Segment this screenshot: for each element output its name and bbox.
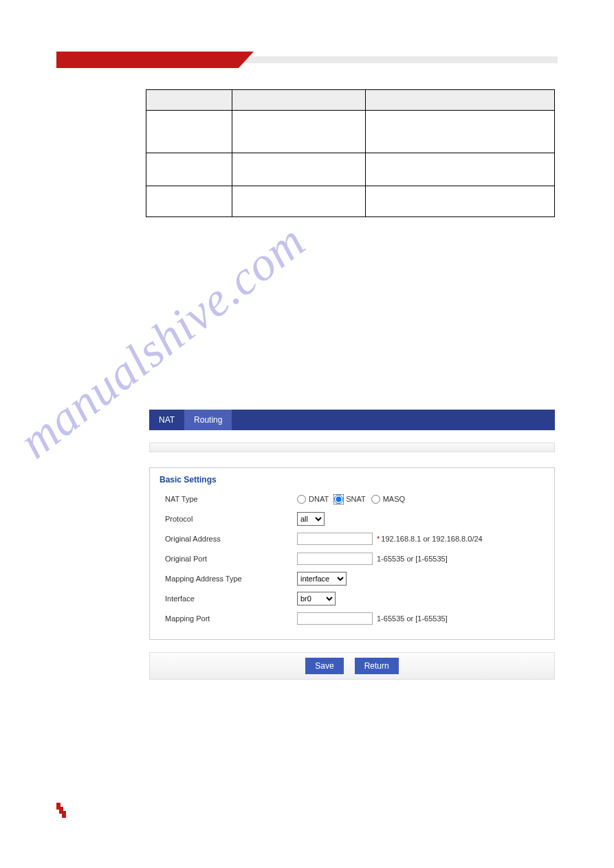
brand-logo-icon: [56, 803, 66, 820]
table-cell: [146, 111, 232, 153]
data-table: [146, 89, 555, 217]
basic-settings-fieldset: Basic Settings NAT Type DNAT SNAT MASQ P…: [149, 467, 555, 640]
nat-type-radio-group: DNAT SNAT MASQ: [297, 495, 408, 504]
original-address-label: Original Address: [160, 535, 297, 543]
snat-radio-label: SNAT: [346, 495, 366, 503]
table-cell: [232, 153, 366, 186]
header-grey-bar: [239, 56, 558, 63]
fieldset-legend: Basic Settings: [160, 475, 545, 485]
interface-label: Interface: [160, 594, 297, 603]
masq-radio[interactable]: [371, 495, 380, 504]
mapping-port-input[interactable]: [297, 612, 373, 625]
tab-nat[interactable]: NAT: [149, 410, 184, 430]
nat-type-label: NAT Type: [160, 495, 297, 503]
original-port-hint: 1-65535 or [1-65535]: [377, 555, 448, 563]
table-cell: [232, 111, 366, 153]
table-cell: [366, 153, 555, 186]
mapping-address-type-label: Mapping Address Type: [160, 575, 297, 583]
mapping-port-label: Mapping Port: [160, 614, 297, 623]
original-address-hint: *192.168.8.1 or 192.168.8.0/24: [377, 535, 483, 543]
protocol-label: Protocol: [160, 515, 297, 523]
original-port-input[interactable]: [297, 553, 373, 565]
table-cell: [146, 153, 232, 186]
mapping-address-type-select[interactable]: interface: [297, 572, 347, 586]
original-port-label: Original Port: [160, 555, 297, 563]
table-header-cell: [366, 90, 555, 111]
table-header-cell: [146, 90, 232, 111]
dnat-radio[interactable]: [297, 495, 306, 504]
table-cell: [366, 111, 555, 153]
masq-radio-label: MASQ: [383, 495, 405, 503]
header-banner: [56, 52, 558, 68]
dnat-radio-label: DNAT: [309, 495, 329, 503]
interface-select[interactable]: br0: [297, 592, 336, 605]
return-button[interactable]: Return: [355, 658, 399, 674]
mapping-port-hint: 1-65535 or [1-65535]: [377, 614, 448, 623]
original-address-input[interactable]: [297, 533, 373, 545]
table-cell: [232, 186, 366, 217]
toolbar-band: [149, 443, 555, 452]
table-header-cell: [232, 90, 366, 111]
header-red-bar: [56, 52, 239, 68]
table-cell: [366, 186, 555, 217]
protocol-select[interactable]: all: [297, 512, 325, 526]
save-button[interactable]: Save: [305, 658, 343, 674]
snat-radio[interactable]: [334, 495, 343, 504]
tab-routing[interactable]: Routing: [184, 410, 232, 430]
button-bar: Save Return: [149, 652, 555, 680]
tab-bar: NAT Routing: [149, 410, 555, 430]
nat-config-panel: NAT Routing Basic Settings NAT Type DNAT…: [149, 410, 555, 680]
table-cell: [146, 186, 232, 217]
